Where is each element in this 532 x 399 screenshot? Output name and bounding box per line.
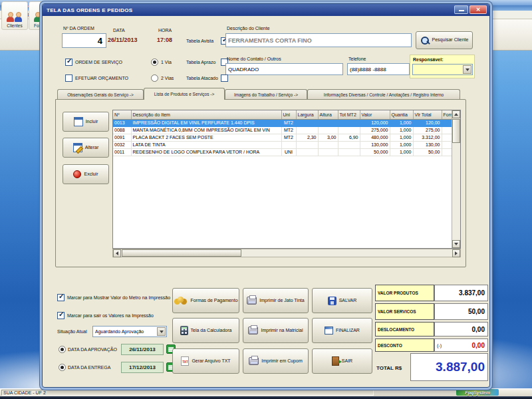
minimize-button[interactable] [454,5,468,14]
one-via-label: 1 Via [161,60,172,65]
salvar-button[interactable]: SALVAR [312,288,372,313]
desconto-label: DESCONTO [375,338,434,352]
sair-valores-checkbox[interactable] [57,312,65,319]
tab-informacoes[interactable]: Informações Diversas / Controle / Anotaç… [307,89,460,100]
printer-icon [249,357,259,365]
toolbar-clientes-button[interactable]: Clientes [1,1,28,30]
table-vertical-scrollbar[interactable] [452,110,460,248]
sair-valores-label: Marcar para sair os Valores na Impressão [67,313,154,318]
gerar-txt-label: Gerar Arquivo TXT [192,358,230,364]
sair-button[interactable]: SAIR [312,348,372,374]
vertical-scrollbar-thumb[interactable] [452,119,460,143]
orders-dialog: TELA DAS ORDENS E PEDIDOS ✕ Nº DA ORDEM … [42,3,490,388]
phone-label: Telefone [348,57,366,61]
horizontal-scrollbar-thumb[interactable] [122,249,241,257]
imprimir-cupom-label: Imprimir em Cupom [261,358,302,364]
window-icon [325,327,333,334]
column-header[interactable]: Tot MT2 [338,110,360,119]
tabela-atacado-checkbox[interactable] [221,74,228,82]
calculadora-button[interactable]: Tela da Calculadora [172,318,239,343]
alterar-label: Alterar [85,145,99,150]
ordem-servico-checkbox[interactable] [65,59,72,66]
desconto-sign: (-) [437,343,442,348]
table-horizontal-scrollbar[interactable] [112,249,461,257]
imprimir-cupom-button[interactable]: Imprimir em Cupom [243,348,309,374]
data-entrega-radio[interactable] [59,364,66,371]
excluir-button[interactable]: Excluir [63,164,109,184]
alterar-button[interactable]: Alterar [63,138,109,158]
brand-logo: FpqSystem [456,389,499,396]
data-aprovacao-radio[interactable] [59,346,66,353]
save-disk-icon [328,297,336,305]
txt-file-icon: TXT [181,356,189,366]
imprimir-jato-button[interactable]: Imprimir de Jato Tinta [243,288,309,313]
column-header[interactable]: Nº [113,110,131,119]
imprimir-matricial-label: Imprimir na Matricial [261,328,303,333]
txt-file-caption: TXT [182,360,188,364]
column-header[interactable]: Uni [281,110,296,119]
table-row[interactable]: 0013IMPRESSÃO DIGITAL EM VINIL PERFURATE… [113,119,452,126]
search-client-label: Pesquisar Cliente [432,37,469,43]
scroll-right-button[interactable] [452,249,460,257]
incluir-button[interactable]: Incluir [63,112,109,132]
one-via-radio[interactable] [151,59,158,66]
excluir-label: Excluir [84,172,98,177]
tabela-avista-label: Tabela Avista [186,39,213,43]
printer-icon [248,327,258,334]
close-button[interactable]: ✕ [469,5,487,14]
date-label: DATA [113,28,125,33]
table-row[interactable]: 0011REDESENHO DE LOGO COMPLEXA PARA VETO… [113,148,452,156]
tab-lista-produtos[interactable]: Lista de Produtos e Serviços -> [144,88,225,100]
column-header[interactable]: Valor [360,110,390,119]
dropdown-arrow-icon[interactable] [157,327,166,336]
search-client-button[interactable]: Pesquisar Cliente [416,31,473,49]
desconto-value: (-) 0,00 [434,338,488,352]
deslocamento-value: 0,00 [434,322,488,336]
imprimir-matricial-button[interactable]: Imprimir na Matricial [243,318,309,343]
dialog-titlebar[interactable]: TELA DAS ORDENS E PEDIDOS [43,4,489,16]
statusbar-city-text: SUA CIDADE - UF 2 [1,390,374,396]
finalizar-button[interactable]: FINALIZAR [312,318,372,343]
time-label: HORA [158,28,172,33]
data-aprovacao-field[interactable]: 26/11/2013 [121,344,164,355]
column-header[interactable]: Vlr Total [413,110,442,119]
table-row[interactable]: 0032LATA DE TINTA130,0001,000130,00 [113,141,452,148]
gerar-txt-button[interactable]: TXT Gerar Arquivo TXT [172,348,239,374]
dropdown-arrow-icon[interactable] [463,65,471,74]
situacao-label: Situação Atual [57,329,87,334]
column-header[interactable]: Quantia [390,110,413,119]
tab-observacoes[interactable]: Observações Gerais do Serviço -> [57,89,144,100]
two-vias-label: 2 Vias [161,76,174,80]
column-header[interactable]: Altura [318,110,338,119]
scroll-left-button[interactable] [113,249,121,257]
table-header-row: NºDescrição do ItemUniLarguraAlturaTot M… [113,110,452,119]
situacao-dropdown[interactable]: Aguardando Aprovação [92,326,167,337]
desktop: Programa OS CADASTROS AG Clientes Fornec… [0,0,532,399]
time-value: 17:08 [157,37,172,43]
contact-field[interactable]: QUADRADO [225,63,343,75]
desconto-amount: 0,00 [472,342,485,349]
mostrar-metro-checkbox[interactable] [57,294,65,301]
formas-pagamento-button[interactable]: Formas de Pagamento [172,288,239,313]
order-number-field[interactable]: 4 [62,33,106,48]
data-entrega-field[interactable]: 17/12/2013 [121,362,164,373]
calculator-icon [180,326,188,335]
formas-pagamento-label: Formas de Pagamento [190,298,237,303]
phone-field[interactable]: (88)8888 -8888 [347,63,410,75]
items-table: NºDescrição do ItemUniLarguraAlturaTot M… [112,110,461,249]
client-description-label: Descrição do Cliente [227,26,270,31]
scroll-up-button[interactable] [452,110,460,118]
taskbar[interactable] [0,396,532,399]
tabela-aprazo-label: Tabela Aprazo [186,60,215,65]
efetuar-orcamento-checkbox[interactable] [65,74,72,82]
scroll-down-button[interactable] [452,240,460,248]
two-vias-radio[interactable] [151,74,158,82]
table-row[interactable]: 0091PLACA BACKT 2 FACES SEM POSTEMT22,30… [113,134,452,141]
client-description-field[interactable]: FERRAMENTAS CORTA FINO [225,33,412,47]
column-header[interactable]: Largura [296,110,318,119]
column-header[interactable]: Forma [442,110,452,119]
tab-imagens[interactable]: Imagens do Trabalho / Serviço -> [225,89,307,100]
table-row[interactable]: 0088MANTA MAGNÉTICA 0,8MM COM IMPRESSÃO … [113,126,452,134]
responsavel-dropdown[interactable] [412,64,473,75]
column-header[interactable]: Descrição do Item [131,110,281,119]
